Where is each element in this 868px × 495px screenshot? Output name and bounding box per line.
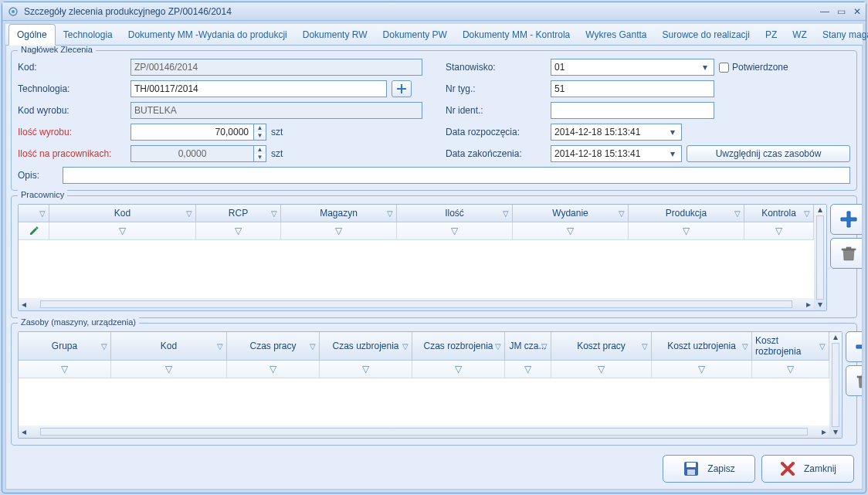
column-header[interactable]: Kontrola▽ bbox=[744, 205, 814, 222]
filter-icon[interactable]: ▽ bbox=[451, 225, 458, 236]
column-header[interactable]: Koszt uzbrojenia▽ bbox=[652, 332, 752, 360]
scroll-track[interactable] bbox=[832, 343, 839, 427]
column-header[interactable]: Kod▽ bbox=[111, 332, 227, 360]
filter-icon[interactable]: ▽ bbox=[271, 209, 277, 218]
scroll-down-icon[interactable]: ▾ bbox=[814, 300, 826, 310]
filter-cell[interactable]: ▽ bbox=[505, 361, 551, 378]
filter-cell[interactable]: ▽ bbox=[19, 361, 111, 378]
filter-cell[interactable]: ▽ bbox=[227, 361, 320, 378]
filter-icon[interactable]: ▽ bbox=[39, 209, 46, 218]
tab-mm-kontrola[interactable]: Dokumenty MM - Kontrola bbox=[455, 25, 578, 45]
filter-icon[interactable]: ▽ bbox=[734, 209, 741, 218]
grid-body[interactable] bbox=[19, 240, 814, 298]
add-row-button[interactable] bbox=[830, 204, 863, 235]
filter-icon[interactable]: ▽ bbox=[235, 225, 242, 236]
filter-icon[interactable]: ▽ bbox=[186, 209, 192, 218]
tab-pw[interactable]: Dokumenty PW bbox=[375, 25, 455, 45]
scroll-down-icon[interactable]: ▾ bbox=[829, 427, 842, 438]
filter-icon[interactable]: ▽ bbox=[698, 364, 705, 375]
filter-icon[interactable]: ▽ bbox=[503, 209, 509, 218]
datetime-zak[interactable]: 2014-12-18 15:13:41 ▾ bbox=[551, 145, 682, 162]
filter-cell[interactable]: ▽ bbox=[629, 222, 744, 239]
filter-icon[interactable]: ▽ bbox=[683, 225, 690, 236]
column-header[interactable]: Czas pracy▽ bbox=[227, 332, 320, 360]
filter-icon[interactable]: ▽ bbox=[819, 342, 826, 351]
delete-row-button[interactable] bbox=[846, 365, 863, 396]
filter-icon[interactable]: ▽ bbox=[455, 364, 462, 375]
filter-cell[interactable]: ▽ bbox=[752, 361, 829, 378]
filter-icon[interactable]: ▽ bbox=[335, 225, 342, 236]
scroll-right-icon[interactable]: ▸ bbox=[803, 299, 814, 310]
tab-mm-wydania[interactable]: Dokumenty MM -Wydania do produkcji bbox=[120, 25, 295, 45]
filter-icon[interactable]: ▽ bbox=[387, 209, 393, 218]
filter-cell[interactable]: ▽ bbox=[111, 361, 227, 378]
filter-icon[interactable]: ▽ bbox=[524, 364, 531, 375]
horizontal-scrollbar[interactable]: ◂ ▸ bbox=[19, 298, 814, 310]
filter-icon[interactable]: ▽ bbox=[619, 209, 625, 218]
scroll-track[interactable] bbox=[40, 300, 792, 308]
filter-cell[interactable]: ▽ bbox=[397, 222, 513, 239]
filter-cell[interactable]: ▽ bbox=[412, 361, 505, 378]
vertical-scrollbar[interactable]: ▴ ▾ bbox=[814, 205, 826, 310]
horizontal-scrollbar[interactable]: ◂ ▸ bbox=[19, 425, 829, 438]
delete-row-button[interactable] bbox=[830, 238, 863, 269]
tab-pz[interactable]: PZ bbox=[758, 25, 785, 45]
save-button[interactable]: Zapisz bbox=[663, 455, 755, 483]
input-opis[interactable] bbox=[63, 167, 850, 184]
filter-cell[interactable]: ▽ bbox=[652, 361, 752, 378]
filter-cell[interactable]: ▽ bbox=[49, 222, 196, 239]
filter-cell[interactable]: ▽ bbox=[744, 222, 814, 239]
input-ilosc-wyrobu[interactable] bbox=[131, 124, 254, 141]
filter-icon[interactable]: ▽ bbox=[775, 225, 782, 236]
filter-icon[interactable]: ▽ bbox=[495, 342, 501, 351]
filter-cell[interactable]: ▽ bbox=[320, 361, 412, 378]
column-header[interactable]: Koszt rozbrojenia▽ bbox=[752, 332, 829, 360]
column-header[interactable]: Czas rozbrojenia▽ bbox=[412, 332, 505, 360]
column-header[interactable]: Kod▽ bbox=[49, 205, 196, 222]
scroll-track[interactable] bbox=[40, 428, 808, 436]
filter-icon[interactable]: ▽ bbox=[541, 342, 548, 351]
filter-icon[interactable]: ▽ bbox=[362, 364, 369, 375]
chevron-down-icon[interactable]: ▾ bbox=[667, 127, 678, 137]
close-button[interactable]: Zamknij bbox=[761, 455, 854, 483]
filter-icon[interactable]: ▽ bbox=[270, 364, 276, 375]
filter-icon[interactable]: ▽ bbox=[742, 342, 748, 351]
grid-filter-row[interactable]: ▽▽▽▽▽▽▽ bbox=[19, 222, 814, 240]
maximize-button[interactable]: ▭ bbox=[837, 6, 846, 17]
column-header[interactable]: Magazyn▽ bbox=[281, 205, 397, 222]
filter-icon[interactable]: ▽ bbox=[402, 342, 409, 351]
filter-cell[interactable]: ▽ bbox=[281, 222, 397, 239]
grid-body[interactable] bbox=[19, 378, 829, 425]
scroll-up-icon[interactable]: ▴ bbox=[829, 332, 842, 343]
filter-icon[interactable]: ▽ bbox=[787, 364, 794, 375]
column-header[interactable]: Koszt pracy▽ bbox=[551, 332, 652, 360]
add-row-button[interactable] bbox=[846, 331, 863, 362]
datetime-rozp[interactable]: 2014-12-18 15:13:41 ▾ bbox=[551, 124, 682, 141]
scroll-up-icon[interactable]: ▴ bbox=[814, 205, 826, 215]
filter-cell[interactable]: ▽ bbox=[196, 222, 281, 239]
minimize-button[interactable]: — bbox=[820, 6, 829, 17]
input-technologia[interactable] bbox=[131, 80, 387, 97]
spinner-up[interactable]: ▲ bbox=[254, 124, 266, 132]
grid-pracownicy[interactable]: ▽Kod▽RCP▽Magazyn▽Ilość▽Wydanie▽Produkcja… bbox=[18, 204, 827, 311]
input-nr-ident[interactable] bbox=[551, 102, 714, 119]
spinner-down[interactable]: ▼ bbox=[254, 132, 266, 140]
grid-zasoby[interactable]: Grupa▽Kod▽Czas pracy▽Czas uzbrojenia▽Cza… bbox=[18, 331, 843, 439]
spinner-ilosc-wyrobu[interactable]: ▲▼ bbox=[131, 124, 266, 141]
filter-icon[interactable]: ▽ bbox=[567, 225, 574, 236]
filter-icon[interactable]: ▽ bbox=[642, 342, 648, 351]
column-header[interactable]: JM cza...▽ bbox=[505, 332, 551, 360]
tab-gantt[interactable]: Wykres Gantta bbox=[578, 25, 654, 45]
checkbox-potwierdzone[interactable]: Potwierdzone bbox=[719, 62, 850, 73]
tab-wz[interactable]: WZ bbox=[785, 25, 815, 45]
scroll-left-icon[interactable]: ◂ bbox=[19, 426, 29, 437]
grid-filter-row[interactable]: ▽▽▽▽▽▽▽▽▽ bbox=[19, 361, 829, 378]
column-header[interactable]: ▽ bbox=[19, 205, 49, 222]
vertical-scrollbar[interactable]: ▴ ▾ bbox=[829, 332, 842, 438]
column-header[interactable]: Produkcja▽ bbox=[629, 205, 744, 222]
filter-icon[interactable]: ▽ bbox=[310, 342, 316, 351]
column-header[interactable]: Czas uzbrojenia▽ bbox=[320, 332, 412, 360]
filter-cell[interactable] bbox=[19, 222, 49, 239]
scroll-left-icon[interactable]: ◂ bbox=[19, 299, 29, 310]
scroll-right-icon[interactable]: ▸ bbox=[819, 426, 829, 437]
